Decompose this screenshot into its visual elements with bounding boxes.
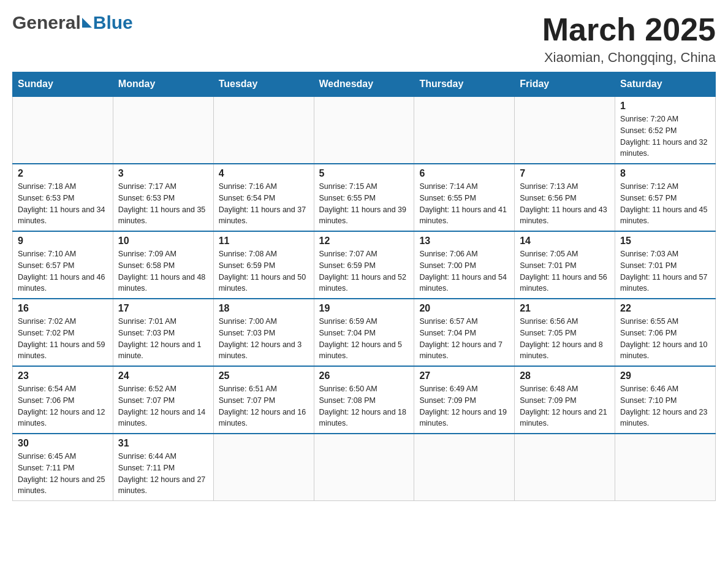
calendar-day-cell: 27Sunrise: 6:49 AMSunset: 7:09 PMDayligh…: [414, 366, 515, 434]
day-info: Sunrise: 7:18 AMSunset: 6:53 PMDaylight:…: [18, 181, 108, 227]
calendar-day-cell: 30Sunrise: 6:45 AMSunset: 7:11 PMDayligh…: [13, 434, 113, 501]
day-info: Sunrise: 6:52 AMSunset: 7:07 PMDaylight:…: [118, 383, 208, 429]
day-number: 28: [520, 370, 610, 381]
calendar-day-cell: [314, 96, 414, 164]
day-of-week-header: Saturday: [615, 72, 716, 97]
day-number: 4: [219, 168, 309, 179]
day-info: Sunrise: 7:13 AMSunset: 6:56 PMDaylight:…: [520, 181, 610, 227]
calendar-day-cell: 7Sunrise: 7:13 AMSunset: 6:56 PMDaylight…: [515, 164, 615, 231]
calendar-day-cell: 15Sunrise: 7:03 AMSunset: 7:01 PMDayligh…: [615, 231, 716, 299]
day-number: 25: [219, 370, 309, 381]
calendar-day-cell: 5Sunrise: 7:15 AMSunset: 6:55 PMDaylight…: [314, 164, 414, 231]
calendar-day-cell: [515, 434, 615, 501]
calendar-week-row: 1Sunrise: 7:20 AMSunset: 6:52 PMDaylight…: [13, 96, 716, 164]
day-info: Sunrise: 7:06 AMSunset: 7:00 PMDaylight:…: [419, 248, 509, 294]
day-info: Sunrise: 7:09 AMSunset: 6:58 PMDaylight:…: [118, 248, 208, 294]
day-number: 22: [620, 303, 710, 314]
day-number: 30: [18, 438, 108, 449]
calendar-week-row: 2Sunrise: 7:18 AMSunset: 6:53 PMDaylight…: [13, 164, 716, 231]
calendar-day-cell: 11Sunrise: 7:08 AMSunset: 6:59 PMDayligh…: [213, 231, 314, 299]
calendar-day-cell: 31Sunrise: 6:44 AMSunset: 7:11 PMDayligh…: [113, 434, 213, 501]
calendar-day-cell: [414, 434, 515, 501]
day-info: Sunrise: 6:45 AMSunset: 7:11 PMDaylight:…: [18, 451, 108, 497]
day-number: 7: [520, 168, 610, 179]
logo-general-text: General: [12, 12, 81, 33]
logo-blue-text: Blue: [93, 12, 133, 33]
days-of-week-row: SundayMondayTuesdayWednesdayThursdayFrid…: [13, 72, 716, 97]
day-info: Sunrise: 7:01 AMSunset: 7:03 PMDaylight:…: [118, 316, 208, 362]
calendar-day-cell: 8Sunrise: 7:12 AMSunset: 6:57 PMDaylight…: [615, 164, 716, 231]
day-number: 26: [319, 370, 409, 381]
calendar-day-cell: [213, 96, 314, 164]
calendar-day-cell: 10Sunrise: 7:09 AMSunset: 6:58 PMDayligh…: [113, 231, 213, 299]
calendar-week-row: 9Sunrise: 7:10 AMSunset: 6:57 PMDaylight…: [13, 231, 716, 299]
calendar-day-cell: 6Sunrise: 7:14 AMSunset: 6:55 PMDaylight…: [414, 164, 515, 231]
day-number: 29: [620, 370, 710, 381]
calendar-day-cell: 9Sunrise: 7:10 AMSunset: 6:57 PMDaylight…: [13, 231, 113, 299]
calendar-day-cell: 14Sunrise: 7:05 AMSunset: 7:01 PMDayligh…: [515, 231, 615, 299]
day-number: 12: [319, 236, 409, 247]
calendar-day-cell: 2Sunrise: 7:18 AMSunset: 6:53 PMDaylight…: [13, 164, 113, 231]
day-number: 13: [419, 236, 509, 247]
calendar-day-cell: 16Sunrise: 7:02 AMSunset: 7:02 PMDayligh…: [13, 299, 113, 366]
day-of-week-header: Thursday: [414, 72, 515, 97]
day-info: Sunrise: 7:20 AMSunset: 6:52 PMDaylight:…: [620, 113, 710, 159]
calendar-day-cell: [414, 96, 515, 164]
calendar-day-cell: 29Sunrise: 6:46 AMSunset: 7:10 PMDayligh…: [615, 366, 716, 434]
calendar-header: SundayMondayTuesdayWednesdayThursdayFrid…: [13, 72, 716, 97]
calendar-week-row: 30Sunrise: 6:45 AMSunset: 7:11 PMDayligh…: [13, 434, 716, 501]
day-number: 9: [18, 236, 108, 247]
day-info: Sunrise: 7:15 AMSunset: 6:55 PMDaylight:…: [319, 181, 409, 227]
day-number: 21: [520, 303, 610, 314]
day-info: Sunrise: 6:57 AMSunset: 7:04 PMDaylight:…: [419, 316, 509, 362]
calendar-day-cell: [213, 434, 314, 501]
day-info: Sunrise: 7:08 AMSunset: 6:59 PMDaylight:…: [219, 248, 309, 294]
day-info: Sunrise: 6:51 AMSunset: 7:07 PMDaylight:…: [219, 383, 309, 429]
calendar-day-cell: 4Sunrise: 7:16 AMSunset: 6:54 PMDaylight…: [213, 164, 314, 231]
day-info: Sunrise: 7:12 AMSunset: 6:57 PMDaylight:…: [620, 181, 710, 227]
day-info: Sunrise: 6:46 AMSunset: 7:10 PMDaylight:…: [620, 383, 710, 429]
day-number: 11: [219, 236, 309, 247]
month-title: March 2025: [542, 12, 716, 47]
day-number: 18: [219, 303, 309, 314]
day-info: Sunrise: 6:54 AMSunset: 7:06 PMDaylight:…: [18, 383, 108, 429]
day-number: 1: [620, 101, 710, 112]
location-label: Xiaomian, Chongqing, China: [542, 50, 716, 66]
day-number: 27: [419, 370, 509, 381]
calendar-day-cell: [13, 96, 113, 164]
day-number: 23: [18, 370, 108, 381]
day-of-week-header: Tuesday: [213, 72, 314, 97]
calendar-day-cell: [615, 434, 716, 501]
calendar-day-cell: 23Sunrise: 6:54 AMSunset: 7:06 PMDayligh…: [13, 366, 113, 434]
title-section: March 2025 Xiaomian, Chongqing, China: [542, 12, 716, 66]
logo-triangle-icon: [82, 18, 92, 28]
calendar-day-cell: 17Sunrise: 7:01 AMSunset: 7:03 PMDayligh…: [113, 299, 213, 366]
day-number: 14: [520, 236, 610, 247]
day-number: 20: [419, 303, 509, 314]
day-of-week-header: Monday: [113, 72, 213, 97]
calendar-table: SundayMondayTuesdayWednesdayThursdayFrid…: [12, 72, 716, 501]
day-number: 15: [620, 236, 710, 247]
day-number: 19: [319, 303, 409, 314]
day-info: Sunrise: 7:17 AMSunset: 6:53 PMDaylight:…: [118, 181, 208, 227]
calendar-body: 1Sunrise: 7:20 AMSunset: 6:52 PMDaylight…: [13, 96, 716, 501]
day-info: Sunrise: 7:05 AMSunset: 7:01 PMDaylight:…: [520, 248, 610, 294]
calendar-week-row: 16Sunrise: 7:02 AMSunset: 7:02 PMDayligh…: [13, 299, 716, 366]
calendar-day-cell: 3Sunrise: 7:17 AMSunset: 6:53 PMDaylight…: [113, 164, 213, 231]
day-number: 16: [18, 303, 108, 314]
day-number: 8: [620, 168, 710, 179]
calendar-day-cell: [515, 96, 615, 164]
day-info: Sunrise: 7:00 AMSunset: 7:03 PMDaylight:…: [219, 316, 309, 362]
day-info: Sunrise: 6:55 AMSunset: 7:06 PMDaylight:…: [620, 316, 710, 362]
day-info: Sunrise: 6:59 AMSunset: 7:04 PMDaylight:…: [319, 316, 409, 362]
day-number: 31: [118, 438, 208, 449]
calendar-day-cell: 1Sunrise: 7:20 AMSunset: 6:52 PMDaylight…: [615, 96, 716, 164]
day-info: Sunrise: 6:49 AMSunset: 7:09 PMDaylight:…: [419, 383, 509, 429]
day-number: 17: [118, 303, 208, 314]
day-number: 10: [118, 236, 208, 247]
day-info: Sunrise: 6:50 AMSunset: 7:08 PMDaylight:…: [319, 383, 409, 429]
calendar-day-cell: 22Sunrise: 6:55 AMSunset: 7:06 PMDayligh…: [615, 299, 716, 366]
page-header: General Blue March 2025 Xiaomian, Chongq…: [12, 12, 716, 66]
day-info: Sunrise: 7:02 AMSunset: 7:02 PMDaylight:…: [18, 316, 108, 362]
day-of-week-header: Friday: [515, 72, 615, 97]
